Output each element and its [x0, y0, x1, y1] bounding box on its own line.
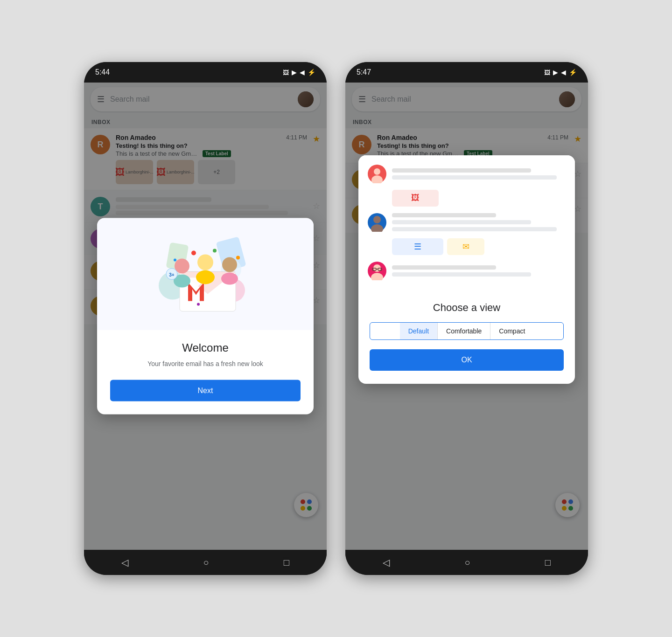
view-title: Choose a view	[370, 302, 564, 314]
welcome-subtitle: Your favorite email has a fresh new look	[110, 359, 301, 369]
ok-button[interactable]: OK	[370, 349, 564, 371]
svg-point-23	[174, 259, 176, 262]
preview-lines-3	[392, 265, 566, 277]
inline-attachment-2: ☰ ✉	[392, 238, 566, 255]
phone-2: 5:47 🖼 ▶ ◀ ⚡ ☰ Search mail INBOX R Ron A…	[345, 62, 588, 575]
recent-button-2[interactable]: □	[545, 557, 551, 568]
svg-point-18	[196, 270, 215, 284]
welcome-dialog: 3+ Welcome Your favorite email has a fre…	[97, 218, 314, 415]
wifi-icon: ▶	[292, 69, 297, 76]
inline-att-box-2: ☰	[392, 238, 443, 255]
status-icons-1: 🖼 ▶ ◀ ⚡	[283, 69, 315, 76]
svg-point-36	[373, 216, 381, 223]
gallery-icon: 🖼	[283, 69, 289, 76]
battery-icon: ⚡	[308, 69, 315, 76]
home-button-2[interactable]: ○	[464, 557, 470, 568]
preview-row-1	[368, 165, 566, 183]
choose-view-dialog: 🖼	[358, 155, 575, 384]
svg-point-17	[197, 255, 213, 270]
svg-point-33	[374, 168, 380, 175]
svg-point-24	[236, 256, 240, 260]
welcome-title: Welcome	[110, 341, 301, 354]
preview-row-3	[368, 262, 566, 280]
status-bar-2: 5:47 🖼 ▶ ◀ ⚡	[345, 62, 588, 83]
preview-avatar-2	[368, 213, 386, 232]
recent-button-1[interactable]: □	[284, 557, 289, 568]
svg-point-21	[191, 251, 196, 256]
view-option-default[interactable]: Default	[400, 323, 438, 339]
gmail-background-1: ☰ Search mail INBOX R Ron Amadeo 4:11 PM…	[84, 83, 327, 550]
svg-text:3+: 3+	[169, 272, 175, 277]
preview-lines-1	[392, 168, 566, 180]
preview-avatar-1	[368, 165, 386, 183]
gmail-background-2: ☰ Search mail INBOX R Ron Amadeo 4:11 PM…	[345, 83, 588, 550]
status-time-1: 5:44	[95, 68, 110, 76]
view-option-comfortable[interactable]: Comfortable	[438, 323, 490, 339]
signal-icon: ◀	[300, 69, 305, 76]
inline-att-box-1: 🖼	[392, 190, 439, 207]
battery-icon-2: ⚡	[569, 69, 577, 76]
preview-row-2	[368, 213, 566, 232]
status-bar-1: 5:44 🖼 ▶ ◀ ⚡	[84, 62, 327, 83]
view-preview: 🖼	[358, 155, 575, 294]
nav-bar-2: ◁ ○ □	[345, 550, 588, 575]
wifi-icon-2: ▶	[553, 69, 558, 76]
inline-attachment: 🖼	[392, 190, 566, 207]
svg-point-20	[221, 273, 238, 285]
dialog-body-welcome: Welcome Your favorite email has a fresh …	[97, 330, 314, 415]
svg-point-25	[197, 303, 200, 306]
inline-att-box-3: ✉	[447, 238, 484, 255]
svg-point-22	[213, 249, 217, 253]
home-button-1[interactable]: ○	[203, 557, 209, 568]
dialog-body-view: Choose a view Default Comfortable Compac…	[358, 294, 575, 384]
status-icons-2: 🖼 ▶ ◀ ⚡	[544, 69, 577, 76]
back-button-2[interactable]: ◁	[383, 557, 390, 568]
view-option-compact[interactable]: Compact	[490, 323, 533, 339]
back-button-1[interactable]: ◁	[121, 557, 128, 568]
dialog-illustration: 3+	[97, 218, 314, 330]
nav-bar-1: ◁ ○ □	[84, 550, 327, 575]
phone-1: 5:44 🖼 ▶ ◀ ⚡ ☰ Search mail INBOX R Ron A…	[84, 62, 327, 575]
signal-icon-2: ◀	[561, 69, 566, 76]
preview-lines-2	[392, 213, 566, 231]
gallery-icon-2: 🖼	[544, 69, 550, 76]
view-options[interactable]: Default Comfortable Compact	[370, 322, 564, 340]
svg-point-19	[222, 257, 237, 272]
status-time-2: 5:47	[357, 68, 371, 76]
preview-avatar-3	[368, 262, 386, 280]
next-button[interactable]: Next	[110, 380, 301, 402]
